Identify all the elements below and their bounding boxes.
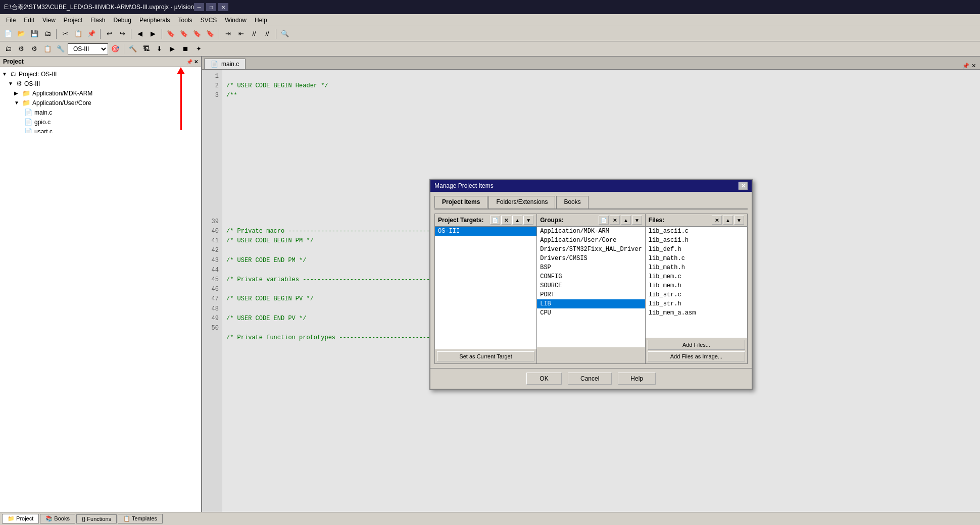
manage-btn[interactable]: 📋 — [41, 43, 54, 55]
sidebar-close-btn[interactable]: ✕ — [194, 59, 198, 65]
debug-stop-btn[interactable]: ⏹ — [179, 43, 191, 55]
maximize-btn[interactable]: □ — [206, 3, 216, 11]
undo-btn[interactable]: ↩ — [103, 28, 115, 40]
run-btn[interactable]: ⚙ — [15, 43, 27, 55]
files-up-btn[interactable]: ▲ — [723, 216, 733, 225]
help-btn[interactable]: Help — [618, 373, 656, 385]
status-tab-books[interactable]: 📚 Books — [40, 514, 75, 523]
groups-new-btn[interactable]: 📄 — [599, 216, 609, 225]
files-list[interactable]: lib_ascii.c lib_ascii.h lib_def.h lib_ma… — [646, 227, 747, 338]
groups-delete-btn[interactable]: ✕ — [610, 216, 620, 225]
menu-svcs[interactable]: SVCS — [197, 16, 221, 25]
file-lib-def-h[interactable]: lib_def.h — [646, 245, 747, 254]
open-btn[interactable]: 📂 — [15, 28, 27, 40]
bookmark1-btn[interactable]: 🔖 — [165, 28, 177, 40]
group-port[interactable]: PORT — [537, 290, 645, 299]
menu-window[interactable]: Window — [221, 16, 251, 25]
status-tab-templates[interactable]: 📋 Templates — [118, 514, 163, 523]
targets-delete-btn[interactable]: ✕ — [501, 216, 511, 225]
group-config[interactable]: CONFIG — [537, 272, 645, 281]
nav-fwd-btn[interactable]: ▶ — [147, 28, 159, 40]
tree-gpio-c[interactable]: 📄 gpio.c — [0, 117, 201, 127]
bookmark4-btn[interactable]: 🔖 — [204, 28, 216, 40]
debug-start-btn[interactable]: ▶ — [166, 43, 178, 55]
download-btn[interactable]: ⬇ — [153, 43, 165, 55]
dlg-tab-books[interactable]: Books — [556, 196, 588, 208]
cancel-btn[interactable]: Cancel — [568, 373, 612, 385]
redo-btn[interactable]: ↪ — [116, 28, 128, 40]
menu-view[interactable]: View — [38, 16, 60, 25]
group-app-mdk[interactable]: Application/MDK-ARM — [537, 227, 645, 236]
groups-list[interactable]: Application/MDK-ARM Application/User/Cor… — [537, 227, 645, 347]
paste-btn[interactable]: 📌 — [85, 28, 97, 40]
target-os3-item[interactable]: OS-III — [435, 227, 536, 236]
targets-up-btn[interactable]: ▲ — [512, 216, 522, 225]
outdent-btn[interactable]: ⇤ — [235, 28, 247, 40]
options-btn[interactable]: ⚙ — [28, 43, 40, 55]
build-btn[interactable]: 🔨 — [127, 43, 139, 55]
close-btn[interactable]: ✕ — [218, 3, 228, 11]
file-lib-math-h[interactable]: lib_math.h — [646, 263, 747, 272]
status-tab-project[interactable]: 📁 Project — [2, 514, 39, 523]
group-drivers-cmsis[interactable]: Drivers/CMSIS — [537, 254, 645, 263]
ok-btn[interactable]: OK — [526, 373, 562, 385]
bookmark3-btn[interactable]: 🔖 — [191, 28, 203, 40]
target-opt1[interactable]: 🎯 — [109, 43, 121, 55]
file-lib-ascii-h[interactable]: lib_ascii.h — [646, 236, 747, 245]
extra-btn[interactable]: ✦ — [192, 43, 205, 55]
rebuild-btn[interactable]: 🏗 — [140, 43, 152, 55]
group-app-user[interactable]: Application/User/Core — [537, 236, 645, 245]
file-lib-math-c[interactable]: lib_math.c — [646, 254, 747, 263]
target-selector[interactable]: OS-III — [68, 43, 108, 55]
tree-os3[interactable]: ▼ ⚙ OS-III — [0, 79, 201, 88]
tree-app-user[interactable]: ▼ 📁 Application/User/Core — [0, 98, 201, 108]
find-btn[interactable]: 🔍 — [279, 28, 291, 40]
sidebar-dock-btn[interactable]: 📌 — [186, 59, 192, 65]
files-down-btn[interactable]: ▼ — [734, 216, 744, 225]
bookmark2-btn[interactable]: 🔖 — [178, 28, 190, 40]
tree-main-c[interactable]: 📄 main.c — [0, 108, 201, 117]
nav-back-btn[interactable]: ◀ — [134, 28, 146, 40]
project-btn[interactable]: 🗂 — [2, 43, 14, 55]
files-delete-btn[interactable]: ✕ — [712, 216, 722, 225]
group-drivers-hal[interactable]: Drivers/STM32F1xx_HAL_Driver — [537, 245, 645, 254]
save-all-btn[interactable]: 🗂 — [41, 28, 54, 40]
file-lib-ascii-c[interactable]: lib_ascii.c — [646, 227, 747, 236]
dialog-close-btn[interactable]: ✕ — [739, 182, 748, 190]
status-tab-functions[interactable]: {} Functions — [76, 514, 117, 523]
new-btn[interactable]: 📄 — [2, 28, 14, 40]
menu-project[interactable]: Project — [60, 16, 86, 25]
groups-up-btn[interactable]: ▲ — [621, 216, 631, 225]
cut-btn[interactable]: ✂ — [59, 28, 71, 40]
comment-btn[interactable]: // — [248, 28, 260, 40]
cfg-btn[interactable]: 🔧 — [55, 43, 67, 55]
uncomment-btn[interactable]: // — [261, 28, 273, 40]
file-lib-mem-h[interactable]: lib_mem.h — [646, 281, 747, 290]
menu-debug[interactable]: Debug — [110, 16, 135, 25]
add-files-btn[interactable]: Add Files... — [648, 340, 745, 350]
menu-peripherals[interactable]: Peripherals — [135, 16, 174, 25]
file-lib-str-c[interactable]: lib_str.c — [646, 290, 747, 299]
indent-btn[interactable]: ⇥ — [222, 28, 234, 40]
dlg-tab-project-items[interactable]: Project Items — [434, 196, 487, 208]
file-lib-mem-c[interactable]: lib_mem.c — [646, 272, 747, 281]
menu-file[interactable]: File — [2, 16, 20, 25]
set-current-target-btn[interactable]: Set as Current Target — [437, 351, 534, 361]
menu-edit[interactable]: Edit — [20, 16, 38, 25]
targets-new-btn[interactable]: 📄 — [490, 216, 500, 225]
tree-usart-c[interactable]: 📄 usart.c — [0, 127, 201, 133]
groups-down-btn[interactable]: ▼ — [632, 216, 642, 225]
file-lib-str-h[interactable]: lib_str.h — [646, 299, 747, 308]
tree-app-mdk[interactable]: ▶ 📁 Application/MDK-ARM — [0, 88, 201, 98]
group-cpu[interactable]: CPU — [537, 308, 645, 318]
copy-btn[interactable]: 📋 — [72, 28, 84, 40]
add-files-image-btn[interactable]: Add Files as Image... — [648, 351, 745, 361]
group-source[interactable]: SOURCE — [537, 281, 645, 290]
dlg-tab-folders[interactable]: Folders/Extensions — [488, 196, 555, 208]
group-lib[interactable]: LIB — [537, 299, 645, 308]
menu-help[interactable]: Help — [251, 16, 271, 25]
minimize-btn[interactable]: ─ — [194, 3, 204, 11]
file-lib-mem-asm[interactable]: lib_mem_a.asm — [646, 308, 747, 318]
save-btn[interactable]: 💾 — [28, 28, 40, 40]
targets-down-btn[interactable]: ▼ — [523, 216, 533, 225]
